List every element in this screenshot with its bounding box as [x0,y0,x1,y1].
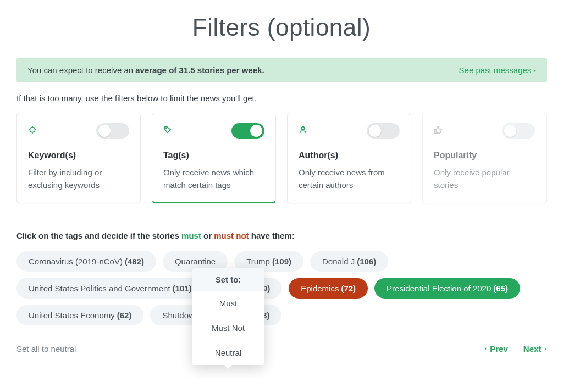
svg-point-6 [301,126,304,129]
tag-state-popover: Set to: Must Must Not Neutral [192,268,264,365]
card-title: Tag(s) [163,151,264,161]
prev-label: Prev [490,344,508,354]
filter-card-popularity: Popularity Only receive popular stories [422,113,547,203]
thumb-icon [434,125,443,137]
card-title: Author(s) [299,151,400,161]
stats-banner: You can expect to receive an average of … [16,58,547,82]
chip-label: United States Economy [29,311,115,320]
keywords-toggle[interactable] [96,123,129,139]
tag-chip[interactable]: Epidemics (72) [289,278,368,299]
tag-chip[interactable]: Coronavirus (2019-nCoV) (482) [16,251,156,272]
popularity-toggle [502,123,535,139]
chip-count: (106) [357,257,376,266]
popover-option-mustnot[interactable]: Must Not [192,316,264,340]
tag-chip[interactable]: United States Politics and Government (1… [16,278,204,299]
instr-prefix: Click on the tags and decide if the stor… [16,231,181,240]
next-button[interactable]: Next› [523,344,547,354]
popover-option-neutral[interactable]: Neutral [192,340,264,365]
chip-label: Epidemics [301,284,339,293]
chevron-left-icon: ‹ [485,345,487,352]
chip-count: (72) [341,284,356,293]
chevron-right-icon: › [544,345,547,352]
chip-count: (62) [117,311,132,320]
prev-button[interactable]: ‹Prev [485,344,508,354]
card-desc: Only receive popular stories [434,166,535,192]
chip-label: Presidential Election of 2020 [387,284,491,293]
tag-chip[interactable]: United States Economy (62) [16,305,143,325]
banner-prefix: You can expect to receive an [27,65,135,75]
banner-text: You can expect to receive an average of … [27,65,264,75]
instr-must: must [181,231,201,240]
tags-toggle[interactable] [231,123,264,139]
subtext: If that is too many, use the filters bel… [16,93,547,103]
crosshair-icon [28,125,37,137]
banner-bold: average of 31.5 stories per week. [135,65,264,75]
popover-heading: Set to: [192,268,264,291]
set-all-neutral-link[interactable]: Set all to neutral [16,344,76,354]
next-label: Next [523,344,542,354]
chip-label: Trump [246,257,270,266]
svg-point-5 [165,128,167,129]
filter-card-authors[interactable]: Author(s) Only receive news from certain… [287,113,411,203]
authors-toggle[interactable] [367,123,400,139]
svg-point-0 [30,127,35,132]
instr-mid: or [201,231,214,240]
chip-label: Quarantine [175,257,216,266]
chip-label: United States Politics and Government [29,284,170,293]
chevron-right-icon: › [533,67,536,74]
card-title: Popularity [434,151,535,161]
tag-instruction: Click on the tags and decide if the stor… [16,231,547,240]
card-desc: Only receive news which match certain ta… [163,166,264,192]
tag-chip-list: Coronavirus (2019-nCoV) (482)QuarantineT… [16,251,547,325]
chip-label: Donald J [322,257,355,266]
footer-nav: Set all to neutral ‹Prev Next› [16,344,547,354]
card-desc: Filter by including or exclusing keyword… [28,166,129,192]
banner-link-text: See past messages [459,65,532,75]
popover-option-must[interactable]: Must [192,291,264,316]
filter-cards: Keyword(s) Filter by including or exclus… [16,113,547,203]
card-desc: Only receive news from certain authors [299,166,400,192]
see-past-messages-link[interactable]: See past messages › [459,65,536,75]
user-icon [299,125,307,137]
tag-icon [163,125,172,137]
page-title: Filters (optional) [16,14,547,41]
chip-count: (109) [272,257,291,266]
card-title: Keyword(s) [28,151,129,161]
chip-count: (482) [125,257,144,266]
chip-count: (101) [173,284,192,293]
chip-label: Coronavirus (2019-nCoV) [29,257,123,266]
tag-chip[interactable]: Presidential Election of 2020 (65) [374,278,520,299]
instr-mustnot: must not [214,231,249,240]
filter-card-keywords[interactable]: Keyword(s) Filter by including or exclus… [16,113,141,203]
instr-suffix: have them: [249,231,295,240]
filter-card-tags[interactable]: Tag(s) Only receive news which match cer… [152,113,276,203]
tag-chip[interactable]: Donald J (106) [310,251,388,272]
chip-count: (65) [493,284,508,293]
